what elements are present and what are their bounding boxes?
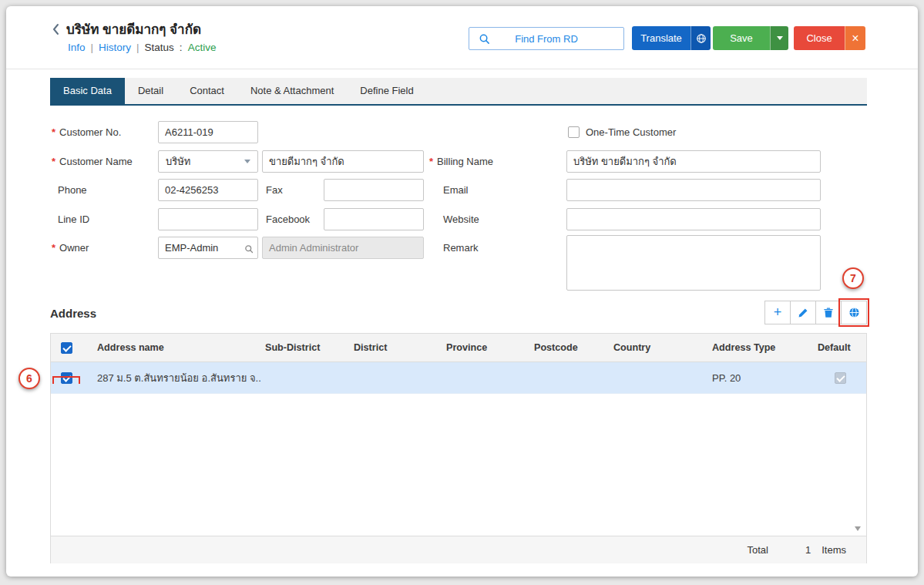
default-checkbox <box>835 372 846 384</box>
select-all-checkbox[interactable] <box>61 342 72 354</box>
close-button[interactable]: Close <box>794 26 845 50</box>
fax-input[interactable] <box>324 179 424 201</box>
required-marker: * <box>52 242 55 254</box>
address-table-row[interactable]: 287 ม.5 ต.สันทรายน้อย อ.สันทราย จ.... PP… <box>51 362 866 394</box>
header-subnav: Info | History | Status : Active <box>68 42 216 53</box>
tab-note-attachment[interactable]: Note & Attachment <box>237 78 347 104</box>
address-table: Address name Sub-District District Provi… <box>50 333 867 563</box>
one-time-customer-field: One-Time Customer <box>568 126 676 138</box>
tab-label: Basic Data <box>63 85 112 96</box>
tab-label: Note & Attachment <box>250 85 334 96</box>
email-input[interactable] <box>566 179 821 201</box>
trash-icon <box>823 308 834 318</box>
tab-contact[interactable]: Contact <box>176 78 237 104</box>
col-address-name: Address name <box>93 342 261 353</box>
line-id-label: Line ID <box>58 208 89 230</box>
delete-address-button[interactable] <box>815 301 842 324</box>
row-checkbox[interactable] <box>61 372 72 384</box>
search-icon <box>479 33 490 48</box>
col-district: District <box>350 342 442 353</box>
pencil-icon <box>798 308 808 318</box>
globe-icon <box>696 33 707 44</box>
edit-address-button[interactable] <box>790 301 816 324</box>
total-label: Total <box>748 544 768 556</box>
customer-no-input[interactable] <box>158 121 258 143</box>
col-postcode: Postcode <box>530 342 610 353</box>
tab-bar: Basic Data Detail Contact Note & Attachm… <box>50 78 867 106</box>
customer-name-prefix-select[interactable]: บริษัท <box>158 150 258 173</box>
owner-label: * Owner <box>52 237 89 259</box>
caret-down-icon <box>776 35 784 41</box>
facebook-input[interactable] <box>324 208 424 230</box>
required-marker: * <box>429 156 433 167</box>
customer-name-label: * Customer Name <box>52 150 133 173</box>
phone-input[interactable] <box>158 179 258 201</box>
owner-lookup <box>158 237 258 259</box>
status-label: Status <box>145 42 174 53</box>
required-marker: * <box>52 126 55 138</box>
total-count: 1 <box>805 544 811 556</box>
tab-label: Define Field <box>360 85 413 96</box>
billing-name-label: * Billing Name <box>429 150 493 173</box>
annotation-badge-6: 6 <box>18 368 40 389</box>
website-input[interactable] <box>566 208 821 230</box>
save-dropdown-button[interactable] <box>770 26 788 50</box>
globe-icon <box>848 307 860 318</box>
lookup-search-icon[interactable] <box>244 243 254 257</box>
close-button-group: Close × <box>794 26 865 50</box>
find-from-rd-searchbox[interactable] <box>469 27 624 50</box>
nav-separator: | <box>136 42 139 53</box>
scrollbar-down-arrow[interactable] <box>855 526 861 531</box>
col-address-type: Address Type <box>708 342 814 353</box>
prefix-value: บริษัท <box>166 153 190 170</box>
save-button[interactable]: Save <box>713 26 770 50</box>
back-button[interactable] <box>49 23 62 37</box>
address-table-footer: Total 1 Items <box>51 536 866 563</box>
cell-address-name: 287 ม.5 ต.สันทรายน้อย อ.สันทราย จ.... <box>93 370 261 386</box>
line-id-input[interactable] <box>158 208 258 230</box>
tab-basic-data[interactable]: Basic Data <box>50 78 125 104</box>
history-link[interactable]: History <box>99 42 131 53</box>
nav-separator: | <box>91 42 94 53</box>
chevron-left-icon <box>52 23 59 35</box>
cell-address-type: PP. 20 <box>708 372 814 384</box>
customer-detail-window: บริษัท ขายดีมากๆ จำกัด Info | History | … <box>6 6 918 577</box>
status-colon: : <box>180 42 183 53</box>
status-badge: Active <box>188 42 217 53</box>
col-default: Default <box>814 342 866 353</box>
tab-define-field[interactable]: Define Field <box>347 78 426 104</box>
translate-globe-button[interactable] <box>690 26 711 50</box>
remark-label: Remark <box>443 237 479 259</box>
tab-label: Detail <box>138 85 163 96</box>
phone-label: Phone <box>58 179 87 201</box>
page-title: บริษัท ขายดีมากๆ จำกัด <box>66 18 201 39</box>
tab-label: Contact <box>190 85 224 96</box>
window-header: บริษัท ขายดีมากๆ จำกัด Info | History | … <box>6 6 918 69</box>
info-link[interactable]: Info <box>68 42 86 53</box>
fax-label: Fax <box>266 179 283 201</box>
col-province: Province <box>442 342 530 353</box>
customer-name-input[interactable] <box>262 150 424 173</box>
one-time-customer-label: One-Time Customer <box>586 126 676 138</box>
owner-input[interactable] <box>158 237 258 259</box>
facebook-label: Facebook <box>266 208 310 230</box>
close-x-button[interactable]: × <box>845 26 865 50</box>
remark-textarea[interactable] <box>566 235 821 291</box>
map-address-button[interactable] <box>841 301 867 324</box>
address-table-body-empty <box>51 394 866 536</box>
one-time-customer-checkbox[interactable] <box>568 126 580 138</box>
save-button-group: Save <box>713 26 788 50</box>
address-section-title: Address <box>50 307 96 320</box>
tab-detail[interactable]: Detail <box>125 78 176 104</box>
chevron-down-icon <box>244 160 250 163</box>
add-address-button[interactable]: + <box>764 301 791 324</box>
translate-button[interactable]: Translate <box>632 26 690 50</box>
translate-button-group: Translate <box>632 26 711 50</box>
find-from-rd-input[interactable] <box>469 33 623 45</box>
email-label: Email <box>443 179 469 201</box>
website-label: Website <box>443 208 479 230</box>
address-toolbar: + <box>765 301 867 324</box>
address-table-header: Address name Sub-District District Provi… <box>51 334 866 362</box>
billing-name-input[interactable] <box>566 150 821 173</box>
items-label: Items <box>822 544 846 556</box>
